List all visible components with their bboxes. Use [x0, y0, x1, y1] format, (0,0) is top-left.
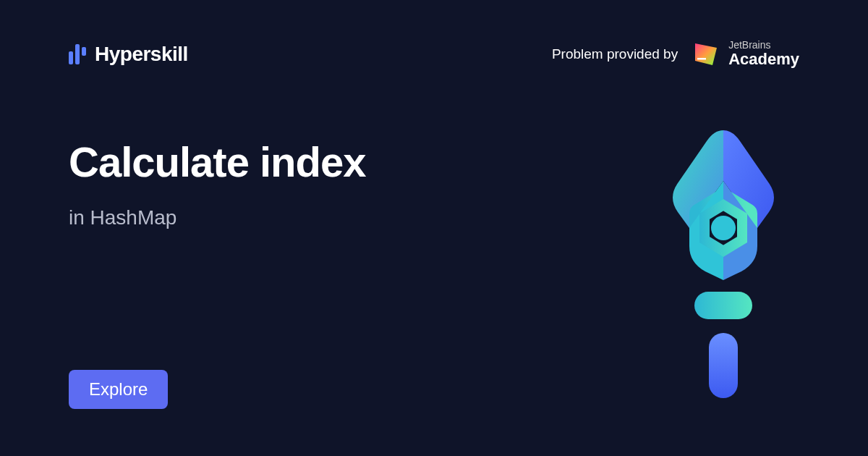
svg-rect-3	[694, 292, 752, 319]
header: Hyperskill Problem provided by	[0, 0, 868, 69]
svg-rect-1	[697, 58, 706, 60]
explore-button[interactable]: Explore	[69, 370, 168, 409]
jetbrains-icon	[692, 41, 720, 68]
hyperskill-logo[interactable]: Hyperskill	[69, 43, 188, 66]
jetbrains-logo[interactable]: JetBrains Academy	[692, 40, 799, 69]
jetbrains-text: JetBrains Academy	[728, 40, 799, 69]
partner-block: Problem provided by JetBrains	[552, 40, 799, 69]
provided-by-label: Problem provided by	[552, 46, 678, 62]
brand-name: Hyperskill	[95, 43, 188, 66]
hyperskill-icon	[69, 44, 86, 64]
partner-name: JetBrains	[728, 40, 799, 51]
svg-point-2	[711, 216, 736, 240]
svg-rect-4	[709, 333, 738, 398]
decorative-pen-icon	[655, 127, 792, 402]
svg-marker-0	[695, 43, 717, 65]
partner-product: Academy	[728, 51, 799, 68]
